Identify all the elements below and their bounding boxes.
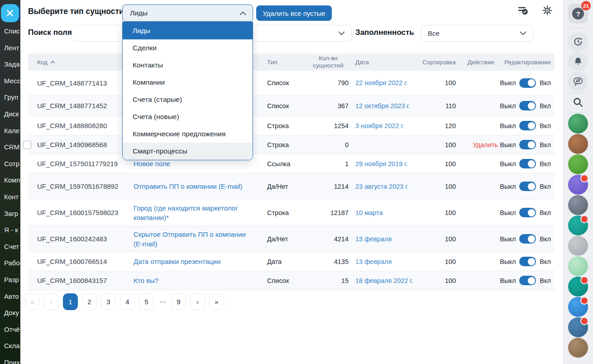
edit-toggle[interactable] [519, 159, 536, 168]
edit-toggle[interactable] [519, 234, 536, 244]
field-name-link[interactable]: Город (где находится маркетолог компании… [134, 203, 253, 222]
sidebar-item[interactable]: Лент [4, 43, 20, 60]
entity-type-option[interactable]: Сделки [123, 39, 253, 57]
close-button[interactable] [1, 4, 19, 22]
field-date-link[interactable]: 10 марта [349, 209, 416, 216]
pagination-button[interactable]: » [209, 293, 224, 310]
field-name-link[interactable]: Скрытое Отправить ПП о компании (E-mail) [134, 230, 253, 249]
edit-toggle[interactable] [519, 101, 536, 110]
entity-type-option[interactable]: Коммерческие предложения [123, 125, 253, 143]
avatar[interactable] [568, 297, 588, 317]
sidebar-item[interactable]: Диск [4, 109, 20, 126]
close-icon [6, 9, 14, 17]
edit-toggle[interactable] [519, 208, 536, 217]
entity-type-option[interactable]: Контакты [123, 57, 253, 74]
sidebar-item[interactable]: Скла [4, 341, 20, 358]
edit-toggle[interactable] [519, 140, 536, 149]
entity-type-option[interactable]: Счета (старые) [123, 91, 253, 108]
avatar[interactable] [568, 134, 588, 154]
sidebar-item[interactable]: Конт [4, 192, 20, 209]
help-button[interactable]: ? 21 [568, 4, 588, 24]
avatar[interactable] [568, 317, 588, 337]
sidebar-item[interactable]: Месс [4, 76, 20, 93]
pagination-page-active[interactable]: 1 [63, 293, 78, 310]
delete-all-empty-button[interactable]: Удалить все пустые [256, 5, 332, 21]
toggle-off-label: Выкл [500, 209, 516, 216]
row-checkbox[interactable] [23, 141, 31, 149]
sidebar-item[interactable]: Загр [4, 209, 20, 225]
entity-type-select[interactable]: Лиды [122, 5, 253, 22]
field-date-link[interactable]: 13 февраля [349, 235, 416, 243]
panel-title: Выберите тип сущности [28, 7, 124, 16]
edit-toggle[interactable] [519, 121, 536, 130]
entity-type-option[interactable]: Смарт-процессы [123, 143, 253, 160]
edit-toggle[interactable] [519, 276, 536, 285]
field-date-link[interactable]: 12 октября 2023 г. [349, 102, 416, 110]
avatar[interactable] [568, 277, 588, 297]
avatar[interactable] [568, 114, 588, 134]
avatar[interactable] [568, 195, 588, 215]
sidebar-item[interactable]: Сотр [4, 159, 20, 176]
field-date-link[interactable]: 18 февраля 2022 г. [349, 277, 416, 284]
sidebar-item[interactable]: Доку [4, 308, 20, 325]
delete-field-link[interactable]: Удалить [459, 141, 498, 148]
field-date-link[interactable]: 3 ноября 2022 г. [349, 122, 416, 129]
field-name-link[interactable]: Новое поле [134, 159, 253, 168]
avatar[interactable] [568, 338, 588, 358]
edit-toggle[interactable] [519, 257, 536, 266]
edit-toggle[interactable] [519, 182, 536, 191]
pagination-button[interactable]: › [190, 293, 205, 310]
toggle-on-label: Вкл [540, 160, 551, 168]
sidebar-item[interactable]: Комп [4, 175, 20, 192]
cell-edit-toggle: Выкл Вкл [498, 234, 555, 244]
pagination-button[interactable]: 5 [139, 293, 154, 310]
avatar[interactable] [568, 236, 588, 256]
col-header-code[interactable]: Код [28, 59, 134, 66]
messenger-button[interactable] [568, 72, 588, 91]
avatar[interactable] [568, 216, 588, 235]
field-date-link[interactable]: 22 ноября 2022 г. [349, 79, 416, 86]
sidebar-item[interactable]: Я - к [4, 225, 20, 242]
sidebar-item[interactable]: Прих [4, 358, 20, 364]
field-name-link[interactable]: Отправить ПП о компании (E-mail) [134, 182, 253, 191]
pagination-button[interactable]: ‹ [44, 293, 59, 310]
edit-toggle[interactable] [519, 78, 536, 88]
pagination-button[interactable]: 4 [120, 293, 135, 310]
sidebar-item[interactable]: Зада [4, 59, 20, 76]
unread-dot [580, 276, 588, 284]
divider [570, 28, 586, 29]
field-date-link[interactable]: 29 ноября 2019 г. [349, 160, 416, 168]
avatar[interactable] [568, 256, 588, 276]
sidebar-item[interactable]: Груп [4, 92, 20, 109]
cell-field-code: UF_CRM_1600242483 [28, 235, 134, 243]
entity-type-option[interactable]: Компании [123, 74, 253, 91]
filter-check-icon[interactable] [517, 5, 528, 16]
sidebar-item[interactable]: Авто [4, 292, 20, 308]
gear-icon[interactable] [542, 5, 553, 16]
field-date-link[interactable]: 23 августа 2023 г. [349, 183, 416, 190]
pagination-button[interactable]: 9 [171, 293, 186, 310]
field-name-link[interactable]: Кто вы? [134, 276, 253, 285]
avatar[interactable] [568, 154, 588, 174]
sidebar-item[interactable]: Рабо [4, 258, 20, 275]
entity-type-option[interactable]: Лиды [123, 22, 253, 39]
field-name-link[interactable]: Дата отправки презентации [134, 257, 253, 266]
field-date-link[interactable]: 13 февраля [349, 258, 416, 265]
cell-edit-toggle: Выкл Вкл [498, 208, 555, 217]
sidebar-item[interactable]: CRM [4, 142, 20, 159]
avatar[interactable] [568, 175, 588, 195]
cell-field-type: Список [253, 277, 308, 284]
search-button[interactable] [572, 96, 584, 109]
sidebar-item[interactable]: Разр [4, 275, 20, 292]
sidebar-item[interactable]: Спис [4, 26, 20, 43]
pagination-button[interactable]: « [25, 293, 40, 310]
entity-type-option[interactable]: Счета (новые) [123, 108, 253, 125]
pagination-button[interactable]: 2 [82, 293, 97, 310]
fill-filter-select[interactable]: Все [421, 25, 533, 42]
sidebar-item[interactable]: Кале [4, 126, 20, 143]
pagination-button[interactable]: 3 [101, 293, 116, 310]
sidebar-item[interactable]: Отчё [4, 325, 20, 341]
sidebar-item[interactable]: Счет [4, 242, 20, 259]
notifications-button[interactable] [568, 52, 588, 72]
history-button[interactable] [568, 32, 588, 52]
